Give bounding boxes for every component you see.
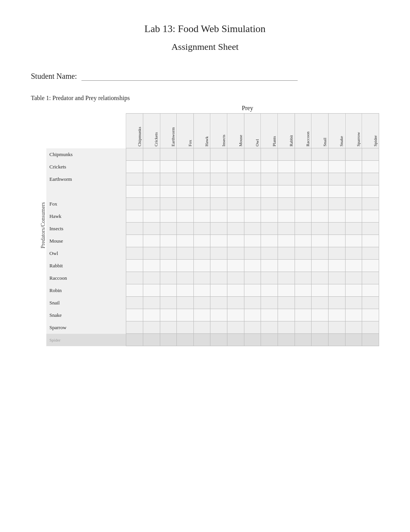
data-cell[interactable] [261,198,278,210]
data-cell[interactable] [312,334,329,346]
data-cell[interactable] [210,297,227,309]
data-cell[interactable] [261,148,278,161]
data-cell[interactable] [227,334,244,346]
data-cell[interactable] [345,185,362,198]
data-cell[interactable] [261,161,278,173]
data-cell[interactable] [160,185,177,198]
data-cell[interactable] [362,148,379,161]
data-cell[interactable] [362,235,379,247]
data-cell[interactable] [210,185,227,198]
data-cell[interactable] [210,309,227,321]
data-cell[interactable] [312,148,329,161]
data-cell[interactable] [278,223,295,235]
data-cell[interactable] [160,173,177,185]
data-cell[interactable] [210,321,227,334]
data-cell[interactable] [126,247,143,260]
data-cell[interactable] [193,185,210,198]
data-cell[interactable] [362,321,379,334]
data-cell[interactable] [312,185,329,198]
data-cell[interactable] [244,309,261,321]
data-cell[interactable] [126,334,143,346]
data-cell[interactable] [160,247,177,260]
data-cell[interactable] [143,148,160,161]
data-cell[interactable] [244,198,261,210]
data-cell[interactable] [210,223,227,235]
data-cell[interactable] [244,297,261,309]
data-cell[interactable] [295,321,312,334]
data-cell[interactable] [126,297,143,309]
data-cell[interactable] [278,210,295,223]
data-cell[interactable] [193,247,210,260]
data-cell[interactable] [143,223,160,235]
data-cell[interactable] [328,210,345,223]
data-cell[interactable] [126,161,143,173]
data-cell[interactable] [227,235,244,247]
data-cell[interactable] [160,235,177,247]
data-cell[interactable] [312,198,329,210]
data-cell[interactable] [126,198,143,210]
data-cell[interactable] [244,235,261,247]
data-cell[interactable] [328,334,345,346]
data-cell[interactable] [126,210,143,223]
data-cell[interactable] [126,284,143,297]
data-cell[interactable] [295,223,312,235]
data-cell[interactable] [278,161,295,173]
data-cell[interactable] [362,223,379,235]
data-cell[interactable] [345,161,362,173]
data-cell[interactable] [193,297,210,309]
data-cell[interactable] [345,148,362,161]
data-cell[interactable] [345,321,362,334]
data-cell[interactable] [143,185,160,198]
data-cell[interactable] [362,334,379,346]
data-cell[interactable] [312,210,329,223]
data-cell[interactable] [295,210,312,223]
data-cell[interactable] [227,198,244,210]
data-cell[interactable] [244,247,261,260]
data-cell[interactable] [345,198,362,210]
data-cell[interactable] [227,161,244,173]
data-cell[interactable] [362,297,379,309]
data-cell[interactable] [227,148,244,161]
data-cell[interactable] [177,309,194,321]
data-cell[interactable] [143,321,160,334]
data-cell[interactable] [177,198,194,210]
data-cell[interactable] [126,272,143,284]
data-cell[interactable] [312,247,329,260]
data-cell[interactable] [278,260,295,272]
data-cell[interactable] [177,272,194,284]
data-cell[interactable] [126,235,143,247]
data-cell[interactable] [295,161,312,173]
data-cell[interactable] [143,161,160,173]
data-cell[interactable] [345,309,362,321]
student-name-input-line[interactable] [81,71,298,81]
data-cell[interactable] [227,260,244,272]
data-cell[interactable] [193,272,210,284]
data-cell[interactable] [210,235,227,247]
data-cell[interactable] [328,297,345,309]
data-cell[interactable] [261,297,278,309]
data-cell[interactable] [160,321,177,334]
data-cell[interactable] [261,260,278,272]
data-cell[interactable] [143,198,160,210]
data-cell[interactable] [143,334,160,346]
data-cell[interactable] [328,272,345,284]
data-cell[interactable] [328,173,345,185]
data-cell[interactable] [362,161,379,173]
data-cell[interactable] [362,284,379,297]
data-cell[interactable] [177,260,194,272]
data-cell[interactable] [193,223,210,235]
data-cell[interactable] [143,309,160,321]
data-cell[interactable] [160,272,177,284]
data-cell[interactable] [177,284,194,297]
data-cell[interactable] [295,284,312,297]
data-cell[interactable] [210,198,227,210]
data-cell[interactable] [278,309,295,321]
data-cell[interactable] [328,309,345,321]
data-cell[interactable] [193,235,210,247]
data-cell[interactable] [244,161,261,173]
data-cell[interactable] [278,198,295,210]
data-cell[interactable] [312,235,329,247]
data-cell[interactable] [295,148,312,161]
data-cell[interactable] [261,185,278,198]
data-cell[interactable] [345,260,362,272]
